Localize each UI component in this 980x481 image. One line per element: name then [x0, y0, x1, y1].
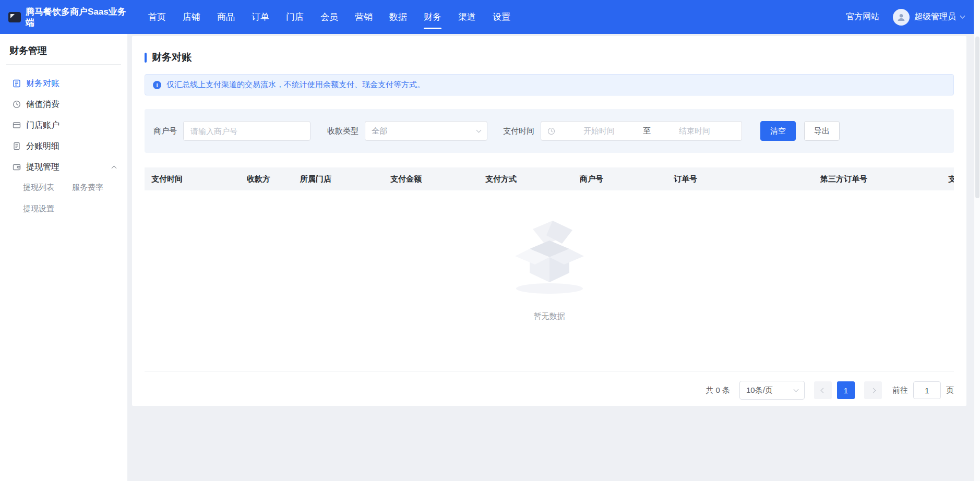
- official-website-link[interactable]: 官方网站: [846, 11, 879, 22]
- prev-page-button[interactable]: [814, 381, 832, 399]
- end-time-input[interactable]: 结束时间: [654, 126, 735, 136]
- merchant-label: 商户号: [153, 126, 177, 136]
- sidebar-item-label: 分账明细: [26, 141, 59, 152]
- sidebar-subitem-withdraw-settings[interactable]: 提现设置: [23, 204, 72, 214]
- chevron-down-icon: [794, 387, 799, 392]
- export-button[interactable]: 导出: [804, 121, 840, 141]
- payment-type-value: 全部: [372, 126, 387, 136]
- nav-item-marketing[interactable]: 营销: [346, 0, 381, 34]
- nav-item-members[interactable]: 会员: [312, 0, 346, 34]
- nav-item-data[interactable]: 数据: [381, 0, 415, 34]
- main-area: 财务对账 仅汇总线上支付渠道的交易流水，不统计使用余额支付、现金支付等方式。 商…: [127, 34, 980, 481]
- page-size-select[interactable]: 10条/页: [739, 381, 805, 400]
- nav-item-channel[interactable]: 渠道: [450, 0, 484, 34]
- column-header-merchant-no: 商户号: [580, 174, 674, 184]
- sidebar-item-reconciliation[interactable]: 财务对账: [0, 73, 127, 94]
- payment-type-select[interactable]: 全部: [365, 121, 487, 141]
- nav-item-home[interactable]: 首页: [140, 0, 174, 34]
- store-account-icon: [13, 121, 21, 129]
- page-unit-label: 页: [946, 386, 954, 395]
- sidebar-item-label: 储值消费: [26, 99, 59, 110]
- user-icon: [897, 13, 906, 22]
- sidebar-item-label: 门店账户: [26, 120, 59, 131]
- sidebar-menu: 财务对账 储值消费 门店账户 分账明细: [0, 65, 127, 214]
- sidebar-subitem-withdraw-list[interactable]: 提现列表: [23, 183, 72, 193]
- date-range-picker[interactable]: 开始时间 至 结束时间: [541, 121, 742, 141]
- page-number-1[interactable]: 1: [837, 381, 855, 399]
- chevron-down-icon: [960, 14, 965, 19]
- nav-item-shop[interactable]: 店铺: [174, 0, 209, 34]
- page-title-row: 财务对账: [145, 51, 954, 64]
- sidebar-subitem-service-rate[interactable]: 服务费率: [72, 183, 127, 193]
- nav-item-stores[interactable]: 门店: [278, 0, 312, 34]
- user-menu[interactable]: 超级管理员: [893, 9, 964, 26]
- info-icon: [153, 81, 161, 89]
- top-nav: 首页 店铺 商品 订单 门店 会员 营销 数据 财务 渠道 设置: [140, 0, 519, 34]
- filter-bar: 商户号 收款类型 全部 支付时间 开始时间 至 结束时间 清空 导出: [145, 109, 954, 153]
- nav-item-orders[interactable]: 订单: [243, 0, 278, 34]
- page-scrollbar[interactable]: [974, 0, 980, 481]
- nav-item-finance[interactable]: 财务: [415, 0, 450, 34]
- empty-state: 暂无数据: [145, 190, 954, 371]
- goto-label: 前往: [892, 386, 908, 395]
- sidebar-title: 财务管理: [6, 34, 121, 65]
- sidebar-item-store-account[interactable]: 门店账户: [0, 115, 127, 136]
- column-header-pay-time: 支付时间: [151, 174, 247, 184]
- table-header: 支付时间 收款方 所属门店 支付金额 支付方式 商户号 订单号 第三方订单号 支…: [145, 167, 954, 190]
- next-page-button[interactable]: [864, 381, 882, 399]
- avatar: [893, 9, 910, 26]
- scrollbar-thumb[interactable]: [975, 37, 979, 198]
- page-title: 财务对账: [152, 51, 192, 64]
- range-separator: 至: [643, 126, 651, 136]
- sidebar: 财务管理 财务对账 储值消费 门店账户: [0, 34, 127, 481]
- goto-page-input[interactable]: [913, 381, 941, 399]
- column-header-order-no: 订单号: [674, 174, 820, 184]
- total-count: 共 0 条: [706, 386, 730, 395]
- topbar-right: 官方网站 超级管理员: [846, 9, 980, 26]
- column-header-payee: 收款方: [247, 174, 300, 184]
- chevron-left-icon: [820, 388, 826, 393]
- sidebar-item-stored-value[interactable]: 储值消费: [0, 94, 127, 115]
- payment-type-label: 收款类型: [327, 126, 358, 136]
- split-detail-icon: [13, 142, 21, 150]
- column-header-store: 所属门店: [300, 174, 390, 184]
- user-name: 超级管理员: [914, 11, 956, 22]
- empty-text: 暂无数据: [534, 311, 565, 321]
- sidebar-item-split-detail[interactable]: 分账明细: [0, 136, 127, 157]
- app-logo[interactable]: 腾马餐饮多商户Saas业务端: [0, 6, 127, 28]
- reconciliation-card: 财务对账 仅汇总线上支付渠道的交易流水，不统计使用余额支付、现金支付等方式。 商…: [132, 36, 966, 406]
- column-header-third-party-order-no: 第三方订单号: [820, 174, 948, 184]
- start-time-input[interactable]: 开始时间: [558, 126, 640, 136]
- chevron-up-icon: [112, 166, 117, 171]
- nav-item-settings[interactable]: 设置: [484, 0, 519, 34]
- column-header-pay-method: 支付方式: [485, 174, 580, 184]
- topbar: 腾马餐饮多商户Saas业务端 首页 店铺 商品 订单 门店 会员 营销 数据 财…: [0, 0, 980, 34]
- reconciliation-icon: [13, 79, 21, 88]
- chevron-down-icon: [476, 127, 482, 133]
- clear-button[interactable]: 清空: [760, 121, 796, 141]
- logo-icon: [8, 12, 21, 22]
- clock-icon: [547, 127, 555, 135]
- title-accent-bar: [145, 53, 147, 63]
- info-alert: 仅汇总线上支付渠道的交易流水，不统计使用余额支付、现金支付等方式。: [145, 74, 954, 95]
- sidebar-item-withdraw-management[interactable]: 提现管理: [0, 157, 127, 177]
- pay-time-label: 支付时间: [503, 126, 534, 136]
- column-header-amount: 支付金额: [390, 174, 485, 184]
- alert-text: 仅汇总线上支付渠道的交易流水，不统计使用余额支付、现金支付等方式。: [166, 80, 425, 90]
- sidebar-item-label: 财务对账: [26, 78, 59, 89]
- page-body: 财务管理 财务对账 储值消费 门店账户: [0, 34, 980, 481]
- chevron-right-icon: [870, 388, 876, 393]
- nav-item-goods[interactable]: 商品: [209, 0, 243, 34]
- page-size-value: 10条/页: [746, 386, 773, 395]
- empty-box-illustration: [503, 217, 596, 299]
- column-header-pay-status: 支付: [948, 174, 954, 184]
- pagination: 共 0 条 10条/页 1 前往 页: [145, 381, 954, 400]
- sidebar-item-label: 提现管理: [26, 162, 59, 173]
- withdraw-submenu: 提现列表 服务费率 提现设置: [0, 177, 127, 214]
- stored-value-icon: [13, 100, 21, 109]
- wallet-icon: [13, 163, 21, 171]
- merchant-input[interactable]: [183, 121, 310, 141]
- app-title: 腾马餐饮多商户Saas业务端: [26, 6, 127, 28]
